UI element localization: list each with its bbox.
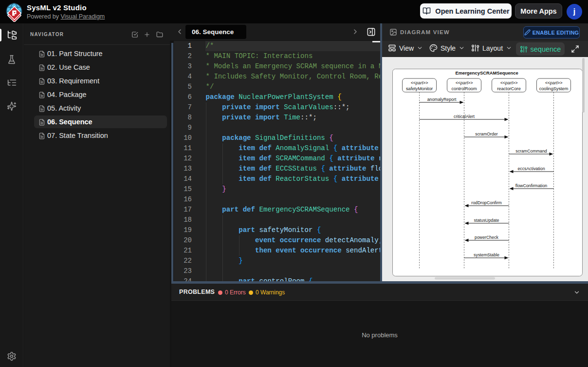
svg-text:<<part>>: <<part>> bbox=[456, 80, 473, 85]
svg-text:<<part>>: <<part>> bbox=[500, 80, 518, 85]
svg-text:statusUpdate: statusUpdate bbox=[474, 218, 499, 223]
svg-text:systemStable: systemStable bbox=[474, 252, 499, 257]
svg-text:coolingSystem: coolingSystem bbox=[539, 86, 569, 91]
svg-text:powerCheck: powerCheck bbox=[475, 235, 498, 240]
svg-text:eccsActivation: eccsActivation bbox=[517, 166, 545, 171]
svg-text:EmergencySCRAMSequence: EmergencySCRAMSequence bbox=[455, 70, 518, 76]
svg-text:controlRoom: controlRoom bbox=[451, 86, 477, 91]
svg-text:<<part>>: <<part>> bbox=[411, 80, 428, 85]
svg-text:reactorCore: reactorCore bbox=[497, 86, 521, 91]
svg-text:flowConfirmation: flowConfirmation bbox=[515, 183, 548, 188]
svg-text:rodDropConfirm: rodDropConfirm bbox=[471, 200, 502, 205]
svg-text:criticalAlert: criticalAlert bbox=[454, 114, 475, 119]
svg-text:<<part>>: <<part>> bbox=[545, 80, 563, 85]
svg-text:scramOrder: scramOrder bbox=[475, 132, 498, 136]
svg-text:scramCommand: scramCommand bbox=[515, 149, 547, 154]
svg-text:safetyMonitor: safetyMonitor bbox=[406, 86, 433, 91]
svg-text:anomalyReport: anomalyReport bbox=[427, 97, 457, 102]
